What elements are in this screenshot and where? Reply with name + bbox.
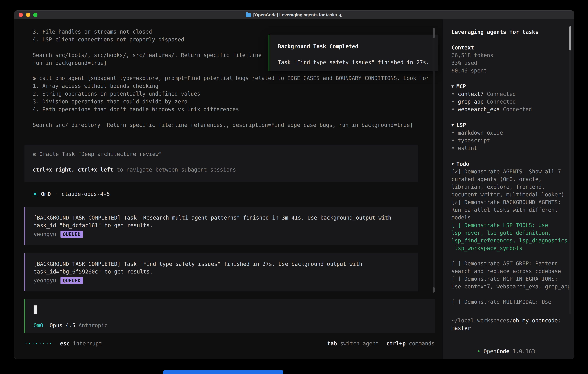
context-header: Context xyxy=(452,44,574,52)
workspace-branch: master xyxy=(452,324,561,332)
workspace-path: ~/local-workspaces/oh-my-opencode: maste… xyxy=(452,317,561,332)
context-section: Context 66,518 tokens33% used$0.46 spent xyxy=(452,44,574,74)
main-scrollbar[interactable] xyxy=(433,28,435,292)
close-button[interactable] xyxy=(19,13,23,17)
terminal-output-top: 3. File handles or streams not closed4. … xyxy=(33,28,262,67)
todo-line: librarian, explore, frontend, xyxy=(452,183,574,191)
todo-line: Run parallel tasks with different xyxy=(452,206,574,214)
oracle-title: Oracle Task "Deep architecture review" xyxy=(39,151,162,157)
terminal-line: Search src/tools/, src/hooks/, src/featu… xyxy=(33,51,262,59)
terminal-main: 3. File handles or streams not closed4. … xyxy=(14,19,443,359)
message-line-2: task_id="bg_dcfac161" to get results. xyxy=(33,222,418,229)
keybinding-hint: ctrl+x right, ctrl+x left xyxy=(33,166,113,173)
zoom-button[interactable] xyxy=(33,13,37,17)
mcp-status: Connected xyxy=(503,106,532,113)
window-titlebar: [OpenCode] Leveraging agents for tasks ◐ xyxy=(14,10,574,19)
lsp-section: ▼LSP •markdown-oxide •typescript •eslint xyxy=(452,121,574,152)
oracle-hint-line: ctrl+x right, ctrl+x leftto navigate bet… xyxy=(33,166,418,174)
todo-line: lsp_find_references, lsp_diagnostics, xyxy=(452,237,574,244)
agent-name: OmO xyxy=(41,190,51,198)
separator-dot: · xyxy=(54,190,58,198)
tool-call-prompt-lines: 1. Array access without bounds checking2… xyxy=(33,82,429,129)
scrollbar-thumb[interactable] xyxy=(433,28,435,38)
lsp-header-label: LSP xyxy=(456,122,466,128)
sidebar-scrollbar-track[interactable] xyxy=(569,26,571,314)
terminal-line: run_in_background=true] xyxy=(33,59,262,67)
terminal-line xyxy=(33,43,262,51)
ctrl-p-key-hint: ctrl+p xyxy=(386,340,406,348)
todo-line: models xyxy=(452,214,574,221)
tab-key-hint: tab xyxy=(327,340,337,348)
input-agent-name: OmO xyxy=(33,322,43,329)
tool-call-block: ⚙ call_omo_agent [subagent_type=explore,… xyxy=(33,74,429,129)
esc-key-label: interrupt xyxy=(73,340,102,348)
window-title: [OpenCode] Leveraging agents for tasks ◐ xyxy=(246,12,342,17)
mcp-header[interactable]: ▼MCP xyxy=(452,83,574,90)
prompt-input[interactable]: OmOOpus 4.5Anthropic xyxy=(24,299,435,333)
todo-line: [✓] Demonstrate AGENTS: Show all 7 xyxy=(452,168,574,176)
context-header-label: Context xyxy=(452,44,474,51)
lsp-name: typescript xyxy=(458,137,490,144)
traffic-lights xyxy=(19,13,37,17)
app-version-footer: •OpenCode1.0.163 xyxy=(452,340,535,359)
todo-section: ▼Todo [✓] Demonstrate AGENTS: Show all 7… xyxy=(452,160,574,306)
keybinding-description: to navigate between subagent sessions xyxy=(117,166,236,173)
context-stat-line: 66,518 tokens xyxy=(452,52,574,59)
background-task-messages: [BACKGROUND TASK COMPLETED] Task "Resear… xyxy=(24,207,418,300)
minimize-button[interactable] xyxy=(26,13,30,17)
terminal-line: 3. File handles or streams not closed xyxy=(33,28,262,36)
todo-line: [ ] Demonstrate MULTIMODAL: Use xyxy=(452,298,574,306)
scrollbar-thumb[interactable] xyxy=(433,287,435,292)
todo-list: [✓] Demonstrate AGENTS: Show all 7curate… xyxy=(452,168,574,306)
todo-line: [ ] Demonstrate AST-GREP: Pattern xyxy=(452,260,574,267)
message-meta: yeongyu QUEUED xyxy=(33,230,418,238)
bullet-icon: • xyxy=(452,91,455,97)
session-sidebar: Leveraging agents for tasks Context 66,5… xyxy=(443,19,574,359)
chevron-down-icon: ▼ xyxy=(452,123,454,127)
input-model-name: Opus 4.5 xyxy=(50,322,75,329)
record-icon: ◉ xyxy=(33,151,36,157)
todo-header[interactable]: ▼Todo xyxy=(452,160,574,168)
gear-icon: ⚙ xyxy=(33,75,39,81)
mcp-status: Connected xyxy=(487,99,516,105)
oracle-title-line: ◉Oracle Task "Deep architecture review" xyxy=(33,150,418,158)
mcp-section: ▼MCP •context7Connected •grep_appConnect… xyxy=(452,83,574,113)
lsp-item: •typescript xyxy=(452,137,574,144)
chevron-down-icon: ▼ xyxy=(452,162,454,166)
agent-session-header: OmO · claude-opus-4-5 xyxy=(33,190,110,198)
background-task-message: [BACKGROUND TASK COMPLETED] Task "Resear… xyxy=(24,207,418,245)
terminal-line: 4. LSP client connections not properly d… xyxy=(33,36,262,43)
message-line-1: [BACKGROUND TASK COMPLETED] Task "Find t… xyxy=(33,260,418,268)
toast-body: Task "Find type safety issues" finished … xyxy=(278,59,438,66)
terminal-line: 1. Array access without bounds checking xyxy=(33,82,429,90)
folder-icon xyxy=(246,13,251,17)
oracle-task-panel: ◉Oracle Task "Deep architecture review" … xyxy=(24,145,418,182)
lsp-item: •markdown-oxide xyxy=(452,129,574,137)
sidebar-scrollbar-thumb[interactable] xyxy=(569,26,571,51)
agent-checkbox-icon xyxy=(33,192,37,197)
session-title: Leveraging agents for tasks xyxy=(452,28,574,36)
mcp-list: •context7Connected •grep_appConnected •w… xyxy=(452,90,574,113)
terminal-line: 4. Path operations that don't handle Win… xyxy=(33,105,429,113)
background-task-toast: Background Task Completed Task "Find typ… xyxy=(269,35,438,71)
mcp-name: websearch_exa xyxy=(458,106,500,113)
terminal-line: 3. Division operations that could divide… xyxy=(33,98,429,105)
ctrl-p-key-label: commands xyxy=(409,340,435,348)
todo-line: [ ] Demonstrate LSP TOOLS: Use xyxy=(452,221,574,229)
workspace-path-line: ~/local-workspaces/oh-my-opencode: xyxy=(452,317,561,324)
spinner-dots-icon: ········ xyxy=(24,340,52,348)
bullet-icon: • xyxy=(452,137,455,144)
message-meta: yeongyu QUEUED xyxy=(33,277,418,284)
todo-line xyxy=(452,252,574,260)
todo-line: curated agents (OmO, oracle, xyxy=(452,176,574,183)
bullet-icon: • xyxy=(452,99,455,105)
lsp-header[interactable]: ▼LSP xyxy=(452,121,574,129)
chevron-down-icon: ▼ xyxy=(452,84,454,89)
todo-line: Use context7, websearch_exa, grep_app xyxy=(452,283,574,291)
bullet-icon: • xyxy=(452,130,455,136)
tab-key-label: switch agent xyxy=(340,340,379,348)
workspace-path-bright: oh-my-opencode: xyxy=(513,317,561,324)
mcp-name: context7 xyxy=(458,91,483,97)
message-line-2: task_id="bg_6f59260c" to get results. xyxy=(33,268,418,276)
terminal-line xyxy=(33,113,429,121)
